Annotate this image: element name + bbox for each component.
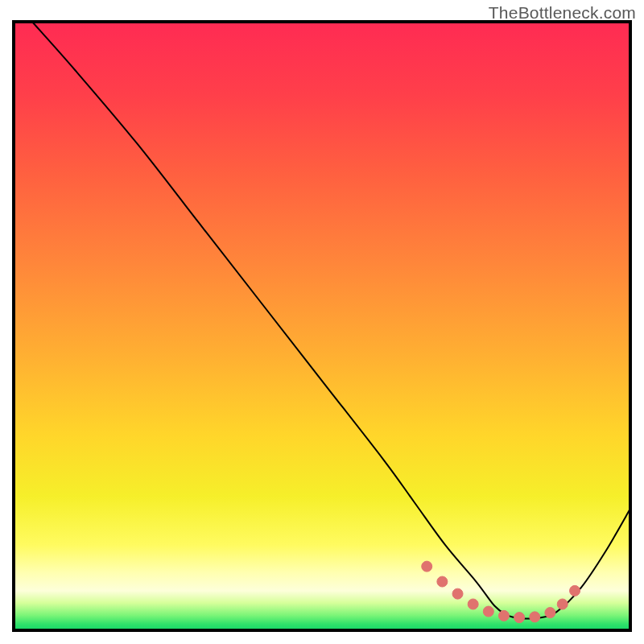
highlight-dot: [498, 610, 509, 621]
highlight-dot: [570, 585, 580, 596]
bottleneck-chart: [0, 0, 644, 644]
watermark-text: TheBottleneck.com: [489, 3, 636, 23]
highlight-dot: [422, 561, 432, 572]
highlight-dot: [437, 576, 448, 587]
highlight-dot: [545, 608, 555, 618]
highlight-dot: [452, 588, 463, 599]
gradient-background: [14, 22, 630, 630]
highlight-dot: [468, 599, 478, 609]
highlight-dot: [557, 599, 568, 609]
highlight-dot: [483, 606, 493, 617]
highlight-dot: [514, 613, 525, 623]
highlight-dot: [530, 612, 540, 622]
chart-container: TheBottleneck.com: [0, 0, 644, 644]
